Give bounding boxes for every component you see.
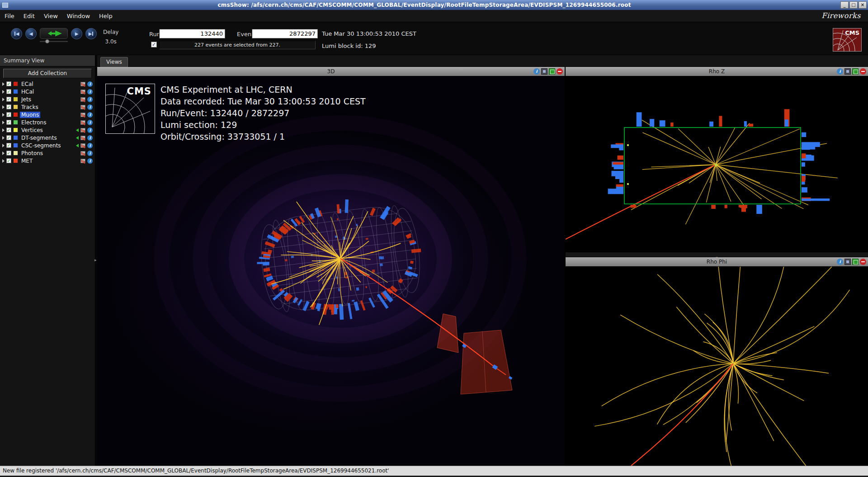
- histogram-icon[interactable]: [80, 151, 85, 156]
- color-swatch[interactable]: [13, 89, 18, 94]
- info-icon[interactable]: i: [87, 104, 93, 110]
- last-event-button[interactable]: ▶: [85, 28, 97, 39]
- collection-row-muons[interactable]: ✓Muonsi: [0, 111, 95, 118]
- view-header-rhophi[interactable]: Rho Phi i: [566, 257, 868, 267]
- collection-label[interactable]: DT-segments: [20, 135, 58, 141]
- view-undock-icon[interactable]: [844, 68, 851, 75]
- histogram-icon[interactable]: [80, 90, 85, 94]
- first-event-button[interactable]: ◀: [11, 28, 22, 39]
- menu-edit[interactable]: Edit: [19, 11, 39, 21]
- histogram-icon[interactable]: [80, 120, 85, 125]
- view-undock-icon[interactable]: [844, 259, 851, 265]
- color-swatch[interactable]: [13, 81, 18, 86]
- color-swatch[interactable]: [13, 97, 18, 102]
- focus-arrow-icon[interactable]: [76, 128, 79, 132]
- info-icon[interactable]: i: [87, 120, 93, 125]
- expander-icon[interactable]: [2, 144, 5, 147]
- histogram-icon[interactable]: [80, 82, 85, 86]
- view-maximize-icon[interactable]: [549, 68, 555, 75]
- expander-icon[interactable]: [2, 82, 5, 86]
- close-button[interactable]: ×: [859, 1, 867, 9]
- collection-row-tracks[interactable]: ✓Tracksi: [0, 103, 95, 111]
- expander-icon[interactable]: [2, 90, 5, 94]
- color-swatch[interactable]: [13, 135, 18, 140]
- collection-label[interactable]: Muons: [20, 112, 40, 118]
- collection-row-vertices[interactable]: ✓Verticesi: [0, 126, 95, 134]
- info-icon[interactable]: i: [87, 128, 93, 133]
- event-input[interactable]: [252, 29, 318, 38]
- visibility-checkbox[interactable]: ✓: [6, 120, 11, 125]
- color-swatch[interactable]: [13, 158, 18, 163]
- minimize-button[interactable]: _: [840, 1, 849, 9]
- collection-row-dt-segments[interactable]: ✓DT-segmentsi: [0, 134, 95, 142]
- histogram-icon[interactable]: [80, 105, 85, 109]
- visibility-checkbox[interactable]: ✓: [6, 151, 11, 156]
- view-close-icon[interactable]: [860, 68, 866, 75]
- histogram-icon[interactable]: [80, 97, 85, 102]
- color-swatch[interactable]: [13, 151, 18, 156]
- visibility-checkbox[interactable]: ✓: [6, 97, 11, 102]
- view-info-icon[interactable]: i: [837, 259, 843, 265]
- color-swatch[interactable]: [13, 104, 18, 109]
- color-swatch[interactable]: [13, 120, 18, 125]
- collection-label[interactable]: ECal: [20, 81, 35, 87]
- collection-row-photons[interactable]: ✓Photonsi: [0, 149, 95, 157]
- expander-icon[interactable]: [2, 136, 5, 140]
- histogram-icon[interactable]: [80, 136, 85, 140]
- info-icon[interactable]: i: [87, 97, 93, 102]
- expander-icon[interactable]: [2, 98, 5, 101]
- visibility-checkbox[interactable]: ✓: [6, 143, 11, 148]
- collection-label[interactable]: HCal: [20, 89, 35, 95]
- tab-views[interactable]: Views: [100, 57, 128, 67]
- add-collection-button[interactable]: Add Collection: [3, 69, 92, 78]
- expander-icon[interactable]: [2, 113, 5, 117]
- event-filter-checkbox[interactable]: ✓: [151, 42, 157, 47]
- histogram-icon[interactable]: [80, 128, 85, 132]
- color-swatch[interactable]: [13, 143, 18, 148]
- slider-handle[interactable]: [45, 39, 49, 43]
- expander-icon[interactable]: [2, 105, 5, 109]
- info-icon[interactable]: i: [87, 143, 93, 148]
- view-info-icon[interactable]: i: [533, 68, 540, 75]
- focus-arrow-icon[interactable]: [76, 136, 79, 140]
- visibility-checkbox[interactable]: ✓: [6, 104, 11, 109]
- info-icon[interactable]: i: [87, 81, 93, 87]
- horizontal-splitter[interactable]: ▾: [566, 252, 868, 257]
- visibility-checkbox[interactable]: ✓: [6, 112, 11, 117]
- expander-icon[interactable]: [2, 121, 5, 124]
- focus-arrow-icon[interactable]: [76, 144, 79, 147]
- histogram-icon[interactable]: [80, 143, 85, 148]
- view-header-3d[interactable]: 3D i: [97, 67, 565, 76]
- maximize-button[interactable]: □: [849, 1, 858, 9]
- collection-row-csc-segments[interactable]: ✓CSC-segmentsi: [0, 142, 95, 149]
- info-icon[interactable]: i: [87, 112, 93, 118]
- view-info-icon[interactable]: i: [837, 68, 843, 75]
- visibility-checkbox[interactable]: ✓: [6, 89, 11, 94]
- color-swatch[interactable]: [13, 112, 18, 117]
- expander-icon[interactable]: [2, 128, 5, 132]
- visibility-checkbox[interactable]: ✓: [6, 81, 11, 86]
- titlebar[interactable]: cmsShow: /afs/cern.ch/cms/CAF/CMSCOMM/CO…: [0, 0, 868, 10]
- info-icon[interactable]: i: [87, 135, 93, 141]
- info-icon[interactable]: i: [87, 151, 93, 156]
- visibility-checkbox[interactable]: ✓: [6, 158, 11, 163]
- menu-view[interactable]: View: [39, 11, 62, 21]
- run-input[interactable]: [159, 29, 225, 38]
- collection-label[interactable]: Photons: [20, 150, 44, 156]
- delay-slider[interactable]: [40, 40, 68, 42]
- collection-row-met[interactable]: ✓METi: [0, 157, 95, 165]
- collection-row-ecal[interactable]: ✓ECali: [0, 80, 95, 88]
- visibility-checkbox[interactable]: ✓: [6, 128, 11, 132]
- collection-label[interactable]: Vertices: [20, 127, 44, 133]
- collection-label[interactable]: MET: [20, 158, 34, 164]
- previous-event-button[interactable]: ◀: [25, 28, 37, 39]
- 3d-view[interactable]: CMS CMS Experiment at LHC, CERN Data rec…: [97, 76, 565, 466]
- rhoz-view[interactable]: [566, 76, 868, 252]
- play-button[interactable]: [40, 28, 68, 39]
- view-header-rhoz[interactable]: Rho Z i: [566, 67, 868, 76]
- rhophi-event-graphics[interactable]: [566, 267, 868, 466]
- view-close-icon[interactable]: [860, 259, 866, 265]
- info-icon[interactable]: i: [87, 89, 93, 94]
- histogram-icon[interactable]: [80, 159, 85, 163]
- collection-label[interactable]: Electrons: [20, 119, 47, 126]
